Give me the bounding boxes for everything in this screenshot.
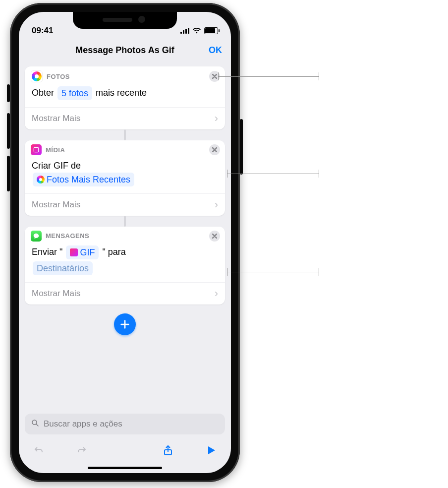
text: mais recente — [93, 88, 147, 98]
media-mini-icon — [70, 248, 78, 256]
power-button — [240, 119, 243, 175]
token-photo-count[interactable]: 5 fotos — [57, 86, 92, 100]
photos-app-icon — [31, 70, 43, 82]
text: Obter — [32, 88, 56, 98]
callout-line-3 — [227, 272, 319, 272]
token-recent-photos[interactable]: Fotos Mais Recentes — [33, 173, 134, 186]
action-card-midia: MÍDIA Criar GIF de Fotos Mais Recentes — [25, 140, 225, 215]
token-gif[interactable]: GIF — [66, 245, 99, 259]
search-icon — [31, 419, 40, 430]
cellular-icon — [180, 28, 189, 34]
callout-line-2 — [227, 174, 319, 174]
messages-app-icon — [31, 231, 42, 242]
share-button[interactable] — [160, 442, 176, 458]
app-label: FOTOS — [47, 73, 70, 80]
action-card-fotos: FOTOS Obter 5 fotos mais recente Mostrar… — [25, 66, 225, 129]
card-header: MÍDIA — [25, 140, 225, 156]
card-header: MENSAGENS — [25, 227, 225, 243]
card-header: FOTOS — [25, 66, 225, 83]
home-indicator[interactable] — [88, 467, 162, 469]
svg-rect-0 — [34, 148, 38, 152]
search-placeholder: Buscar apps e ações — [44, 419, 122, 429]
show-more-label: Mostrar Mais — [32, 289, 80, 299]
text: " para — [100, 247, 125, 257]
undo-button[interactable] — [31, 442, 47, 458]
show-more-label: Mostrar Mais — [32, 200, 80, 210]
show-more-row[interactable]: Mostrar Mais › — [25, 282, 225, 305]
token-recipients[interactable]: Destinatários — [33, 261, 93, 275]
status-right — [180, 27, 218, 34]
action-card-mensagens: MENSAGENS Enviar " GIF " para Destinatár… — [25, 227, 225, 305]
text: Enviar " — [32, 247, 65, 257]
card-body: Obter 5 fotos mais recente — [25, 83, 225, 107]
text: Criar GIF de — [32, 159, 218, 172]
content: FOTOS Obter 5 fotos mais recente Mostrar… — [19, 66, 231, 473]
connector — [124, 216, 126, 227]
search-input[interactable]: Buscar apps e ações — [25, 414, 225, 434]
show-more-row[interactable]: Mostrar Mais › — [25, 193, 225, 216]
ok-button[interactable]: OK — [209, 45, 222, 56]
show-more-row[interactable]: Mostrar Mais › — [25, 107, 225, 129]
toolbar — [19, 438, 231, 462]
battery-icon — [204, 27, 218, 34]
close-icon[interactable] — [209, 144, 220, 155]
spacer — [117, 442, 133, 458]
status-time: 09:41 — [32, 26, 53, 36]
screen: 09:41 Message Photos As Gif OK — [19, 12, 231, 473]
card-body: Criar GIF de Fotos Mais Recentes — [25, 156, 225, 193]
nav-bar: Message Photos As Gif OK — [19, 39, 231, 61]
media-app-icon — [31, 144, 42, 155]
add-action-button[interactable] — [114, 313, 136, 335]
redo-button[interactable] — [74, 442, 90, 458]
callout-line-1 — [218, 76, 319, 77]
run-button[interactable] — [203, 442, 219, 458]
show-more-label: Mostrar Mais — [32, 114, 80, 123]
page-title: Message Photos As Gif — [75, 45, 174, 56]
connector — [124, 129, 126, 140]
wifi-icon — [192, 27, 201, 34]
app-label: MENSAGENS — [46, 232, 89, 240]
svg-point-1 — [32, 420, 37, 425]
notch — [73, 12, 177, 29]
photos-mini-icon — [37, 176, 45, 183]
close-icon[interactable] — [209, 231, 220, 242]
card-body: Enviar " GIF " para Destinatários — [25, 243, 225, 283]
device-frame: 09:41 Message Photos As Gif OK — [10, 3, 240, 482]
app-label: MÍDIA — [46, 146, 65, 154]
